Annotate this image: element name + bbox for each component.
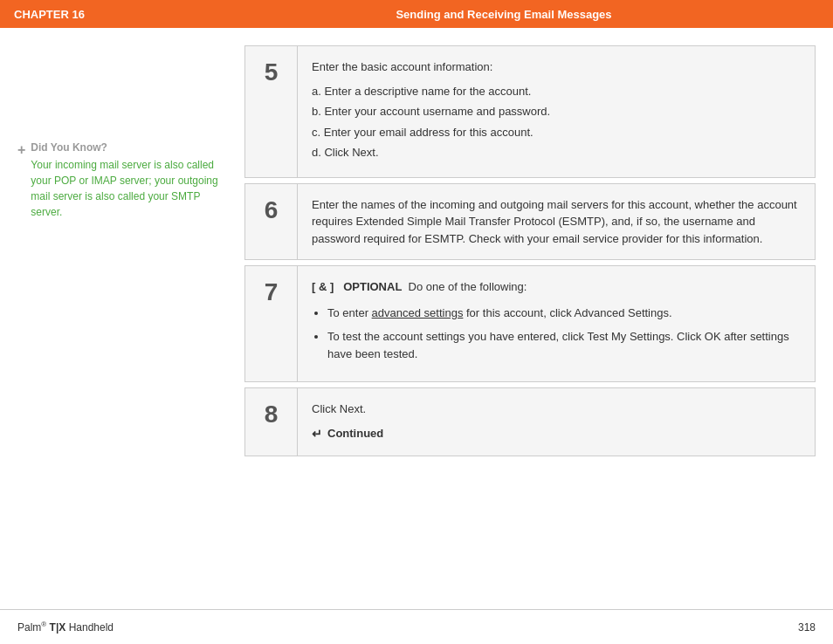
steps-area: 5 Enter the basic account information: a… bbox=[244, 45, 816, 600]
step-5-number: 5 bbox=[245, 46, 298, 177]
optional-intro: Do one of the following: bbox=[405, 280, 527, 293]
step-6-text: Enter the names of the incoming and outg… bbox=[312, 196, 801, 248]
bullet-text: To test the account settings you have en… bbox=[327, 330, 789, 360]
optional-label: OPTIONAL bbox=[343, 280, 402, 293]
did-you-know-title: Did You Know? bbox=[31, 141, 227, 154]
list-item: c. Enter your email address for this acc… bbox=[312, 124, 801, 141]
list-item: b. Enter your account username and passw… bbox=[312, 103, 801, 120]
step-7-content: [ & ] OPTIONAL Do one of the following: … bbox=[298, 266, 815, 381]
continued-text: Continued bbox=[327, 425, 383, 442]
continued-label: ↵ Continued bbox=[312, 425, 801, 443]
optional-bracket: [ & ] bbox=[312, 280, 334, 293]
device-type: Handheld bbox=[69, 621, 114, 634]
advanced-settings-link[interactable]: advanced settings bbox=[372, 306, 464, 319]
step-8-content: Click Next. ↵ Continued bbox=[298, 388, 815, 456]
bullet-text-before: To enter bbox=[327, 306, 372, 319]
step-6-number: 6 bbox=[245, 184, 298, 260]
model-name: T|X bbox=[50, 621, 66, 634]
bullet-text-after: for this account, click Advanced Setting… bbox=[463, 306, 671, 319]
continued-arrow-icon: ↵ bbox=[312, 425, 322, 443]
did-you-know-text: Your incoming mail server is also called… bbox=[31, 157, 227, 220]
step-7-list: To enter advanced settings for this acco… bbox=[312, 305, 801, 363]
list-item: To enter advanced settings for this acco… bbox=[327, 305, 801, 322]
step-5-list: a. Enter a descriptive name for the acco… bbox=[312, 83, 801, 161]
list-item: To test the account settings you have en… bbox=[327, 328, 801, 362]
chapter-title: Sending and Receiving Email Messages bbox=[189, 8, 819, 21]
plus-icon: + bbox=[17, 141, 25, 220]
step-8: 8 Click Next. ↵ Continued bbox=[244, 387, 816, 456]
page-footer: Palm® T|X Handheld 318 bbox=[0, 609, 833, 644]
sidebar: + Did You Know? Your incoming mail serve… bbox=[17, 45, 227, 600]
list-item: d. Click Next. bbox=[312, 144, 801, 161]
did-you-know-box: + Did You Know? Your incoming mail serve… bbox=[17, 141, 227, 220]
registered-icon: ® bbox=[41, 620, 46, 628]
step-6-content: Enter the names of the incoming and outg… bbox=[298, 184, 815, 260]
step-7: 7 [ & ] OPTIONAL Do one of the following… bbox=[244, 265, 816, 382]
list-item: a. Enter a descriptive name for the acco… bbox=[312, 83, 801, 100]
step-8-text: Click Next. bbox=[312, 401, 801, 418]
page-number: 318 bbox=[798, 621, 816, 634]
step-8-number: 8 bbox=[245, 388, 298, 456]
step-5-content: Enter the basic account information: a. … bbox=[298, 46, 815, 177]
main-content: + Did You Know? Your incoming mail serve… bbox=[0, 28, 833, 609]
step-7-optional-header: [ & ] OPTIONAL Do one of the following: bbox=[312, 278, 801, 296]
chapter-label: CHAPTER 16 bbox=[14, 8, 189, 21]
step-5-intro: Enter the basic account information: bbox=[312, 58, 801, 76]
page-header: CHAPTER 16 Sending and Receiving Email M… bbox=[0, 0, 833, 28]
step-7-number: 7 bbox=[245, 266, 298, 381]
step-6: 6 Enter the names of the incoming and ou… bbox=[244, 183, 816, 261]
footer-brand: Palm® T|X Handheld bbox=[17, 620, 114, 634]
step-5: 5 Enter the basic account information: a… bbox=[244, 45, 816, 178]
brand-name: Palm bbox=[17, 621, 41, 634]
